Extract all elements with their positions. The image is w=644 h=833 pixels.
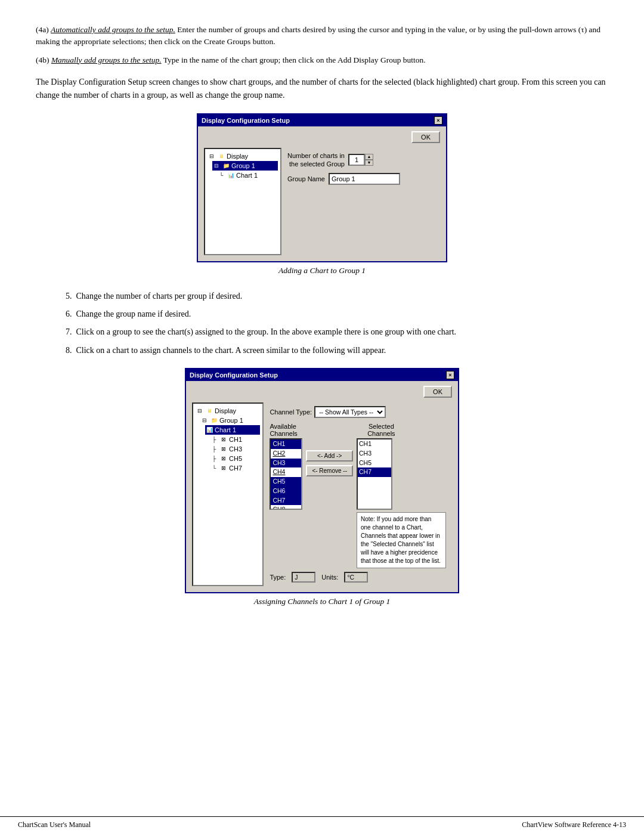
add-button[interactable]: <- Add ->	[306, 450, 353, 462]
dialog1-container: Display Configuration Setup × OK ⊟ 🖥 Dis…	[36, 113, 608, 284]
d2-ch5-expand: ├	[210, 454, 218, 463]
tree-group1[interactable]: ⊟ 📁 Group 1	[212, 161, 278, 171]
para-4b-prefix: (4b)	[36, 55, 51, 64]
sel-ch1[interactable]: CH1	[358, 439, 391, 449]
avail-ch6[interactable]: CH6	[271, 487, 301, 496]
dialog2-tree-panel: ⊟ 🖥 Display ⊟ 📁 Group 1 📊 Chart 1	[192, 402, 264, 586]
dialog2-ok-button[interactable]: OK	[423, 386, 452, 398]
d2-tree-root[interactable]: ⊟ 🖥 Display	[196, 406, 260, 416]
d2-group-icon: 📁	[210, 416, 218, 425]
d2-ch1-icon: ⊠	[219, 435, 228, 444]
d2-tree-expand-icon: ⊟	[196, 407, 204, 415]
dialog1-ok-button[interactable]: OK	[411, 131, 440, 143]
channel-type-dropdown[interactable]: -- Show All Types --	[314, 406, 386, 418]
selected-channels-list[interactable]: CH1 CH3 CH5 CH7	[357, 438, 392, 510]
type-label: Type:	[270, 574, 286, 581]
d2-ch5-icon: ⊠	[219, 454, 228, 463]
dialog1-close-button[interactable]: ×	[434, 116, 442, 125]
dialog2-container: Display Configuration Setup × OK ⊟ 🖥 Dis…	[36, 368, 608, 615]
channel-type-label: Channel Type:	[270, 408, 312, 416]
step-6: 6. Change the group name if desired.	[66, 308, 608, 321]
dialog2-title: Display Configuration Setup	[190, 371, 278, 379]
d2-tree-group1[interactable]: ⊟ 📁 Group 1	[200, 416, 260, 425]
tree-root-label: Display	[227, 153, 248, 160]
note-box: Note: If you add more than one channel t…	[357, 512, 446, 568]
tree-chart1-label: Chart 1	[236, 172, 258, 179]
tree-chart-icon: 📊	[227, 171, 235, 179]
d2-tree-root-icon: 🖥	[205, 407, 213, 415]
dialog1-titlebar: Display Configuration Setup ×	[198, 114, 446, 126]
charts-spinner-down[interactable]: ▼	[365, 160, 373, 166]
dialog2-split: ⊟ 🖥 Display ⊟ 📁 Group 1 📊 Chart 1	[192, 402, 452, 586]
d2-ch3-expand: ├	[210, 445, 218, 453]
type-units-row: Type: Units:	[270, 572, 446, 583]
dialog1-tree-panel: ⊟ 🖥 Display ⊟ 📁 Group 1 └ 📊 Chart	[204, 148, 281, 255]
charts-label1: Number of charts in	[287, 151, 345, 160]
dialog2-window: Display Configuration Setup × OK ⊟ 🖥 Dis…	[185, 368, 459, 593]
dialog1-split: ⊟ 🖥 Display ⊟ 📁 Group 1 └ 📊 Chart	[204, 148, 440, 255]
add-remove-buttons: <- Add -> <- Remove --	[306, 438, 353, 476]
dialog2-titlebar: Display Configuration Setup ×	[186, 369, 458, 381]
available-label: Available Channels	[270, 423, 302, 437]
avail-ch8[interactable]: CH8	[271, 505, 301, 510]
avail-ch2[interactable]: CH2	[271, 449, 301, 459]
page-content: (4a) Automatically add groups to the set…	[36, 24, 608, 615]
charts-spinner-up[interactable]: ▲	[365, 154, 373, 160]
tree-root[interactable]: ⊟ 🖥 Display	[208, 151, 278, 161]
tree-expand-icon: ⊟	[208, 152, 216, 160]
step-8: 8. Click on a chart to assign channels t…	[66, 344, 608, 357]
available-channels-container: CH1 CH2 CH3 CH4 CH5 CH6 CH7 CH8 CH9 CH	[270, 438, 302, 510]
d2-ch1[interactable]: ├ ⊠ CH1	[210, 435, 260, 444]
d2-ch3-label: CH3	[229, 445, 242, 453]
step-5: 5. Change the number of charts per group…	[66, 290, 608, 303]
footer-bar: ChartScan User's Manual ChartView Softwa…	[0, 816, 644, 833]
avail-ch7[interactable]: CH7	[271, 496, 301, 506]
channel-headers: Available Channels Selected Channels	[270, 423, 446, 437]
tree-chart1[interactable]: └ 📊 Chart 1	[217, 171, 278, 180]
group-name-label: Group Name	[287, 175, 325, 182]
dialog1-window: Display Configuration Setup × OK ⊟ 🖥 Dis…	[197, 113, 447, 262]
para-4b-label: Manually add groups to the setup.	[51, 55, 162, 64]
type-input[interactable]	[292, 572, 315, 583]
avail-ch4[interactable]: CH4	[271, 467, 301, 477]
units-label: Units:	[321, 574, 338, 581]
d2-group-expand-icon: ⊟	[200, 416, 209, 425]
channel-lists-row: CH1 CH2 CH3 CH4 CH5 CH6 CH7 CH8 CH9 CH	[270, 438, 446, 568]
group-name-input[interactable]	[329, 173, 400, 185]
d2-ch1-label: CH1	[229, 436, 242, 443]
d2-ch7-icon: ⊠	[219, 464, 228, 472]
caption1: Adding a Chart to Group 1	[278, 266, 366, 275]
avail-ch5[interactable]: CH5	[271, 477, 301, 487]
available-channels-list[interactable]: CH1 CH2 CH3 CH4 CH5 CH6 CH7 CH8 CH9 CH	[270, 438, 302, 510]
remove-button[interactable]: <- Remove --	[306, 465, 353, 476]
sel-ch3[interactable]: CH3	[358, 449, 391, 459]
d2-ch3[interactable]: ├ ⊠ CH3	[210, 444, 260, 454]
d2-tree-chart1-label: Chart 1	[215, 426, 236, 433]
dialog1-right-panel: Number of charts in the selected Group 1…	[281, 148, 440, 255]
d2-tree-root-label: Display	[215, 407, 236, 414]
d2-ch5[interactable]: ├ ⊠ CH5	[210, 454, 260, 463]
d2-ch7[interactable]: └ ⊠ CH7	[210, 463, 260, 473]
avail-ch3[interactable]: CH3	[271, 459, 301, 468]
tree-group-expand-icon: ⊟	[212, 162, 221, 170]
footer-right: ChartView Software Reference 4-13	[522, 820, 626, 829]
d2-ch5-label: CH5	[229, 455, 242, 462]
charts-label2: the selected Group	[287, 160, 345, 168]
dialog2-close-button[interactable]: ×	[446, 371, 454, 379]
d2-tree-chart1[interactable]: 📊 Chart 1	[205, 425, 260, 435]
charts-per-group-row: Number of charts in the selected Group 1…	[287, 151, 434, 169]
selected-section: CH1 CH3 CH5 CH7 Note: If you add more th…	[357, 438, 446, 568]
charts-spinner-buttons: ▲ ▼	[365, 154, 373, 166]
dialog1-body: OK ⊟ 🖥 Display ⊟ 📁 Group 1	[198, 126, 446, 261]
sel-ch5[interactable]: CH5	[358, 459, 391, 468]
units-input[interactable]	[344, 572, 368, 583]
dialog1-title: Display Configuration Setup	[202, 117, 290, 124]
d2-ch7-expand: └	[210, 464, 218, 472]
tree-chart-line-icon: └	[217, 171, 225, 179]
main-paragraph: The Display Configuration Setup screen c…	[36, 76, 608, 103]
avail-ch1[interactable]: CH1	[271, 439, 301, 449]
para-4b: (4b) Manually add groups to the setup. T…	[36, 54, 608, 66]
sel-ch7[interactable]: CH7	[358, 467, 391, 477]
footer-left: ChartScan User's Manual	[18, 820, 91, 829]
charts-value[interactable]: 1	[348, 154, 365, 166]
